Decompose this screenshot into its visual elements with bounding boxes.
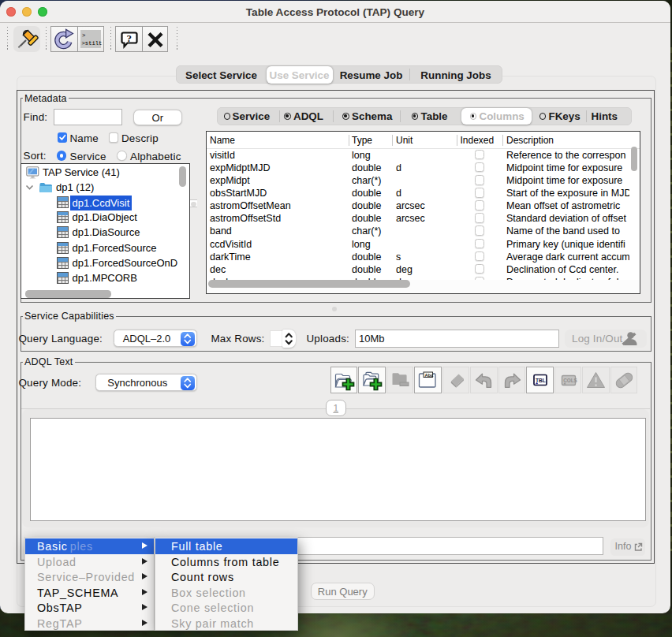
svg-text:?: ? [126, 32, 132, 44]
svg-text:>stilts: >stilts [82, 40, 103, 47]
svg-text:TBL: TBL [536, 377, 546, 382]
svg-text:Abc: Abc [425, 372, 435, 377]
svg-text:>: > [82, 32, 85, 39]
svg-text:COLS: COLS [563, 378, 577, 383]
